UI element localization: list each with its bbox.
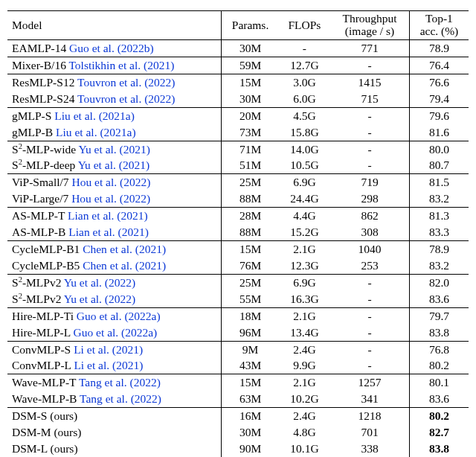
cell-model: Hire-MLP-L Guo et al. (2022a) <box>7 325 222 341</box>
col-throughput-l2: (image / s) <box>345 25 394 37</box>
table-row: CycleMLP-B1 Chen et al. (2021)15M2.1G104… <box>7 241 469 258</box>
cell-throughput: 1218 <box>330 408 409 424</box>
cell-top1: 81.3 <box>409 208 469 224</box>
cell-params: 16M <box>222 408 279 424</box>
cell-top1: 78.9 <box>409 39 469 57</box>
cell-top1: 79.6 <box>409 107 469 124</box>
col-top1-l1: Top-1 <box>425 12 453 25</box>
table-row: ResMLP-S24 Touvron et al. (2022)30M6.0G7… <box>7 91 469 107</box>
cell-flops: 12.3G <box>279 258 330 274</box>
table-row: S2-MLP-deep Yu et al. (2021)51M10.5G-80.… <box>7 157 469 173</box>
cell-params: 90M <box>222 441 279 457</box>
col-model-label: Model <box>12 19 42 31</box>
citation-link[interactable]: Guo et al. (2022a) <box>74 326 158 339</box>
cell-params: 9M <box>222 341 279 357</box>
table-row: S2-MLPv2 Yu et al. (2022)55M16.3G-83.6 <box>7 291 469 307</box>
citation-link[interactable]: Chen et al. (2021) <box>83 259 166 272</box>
cell-throughput: - <box>330 57 409 74</box>
citation-link[interactable]: Guo et al. (2022a) <box>77 310 161 322</box>
cell-model: CycleMLP-B1 Chen et al. (2021) <box>7 241 222 258</box>
cell-top1: 79.4 <box>409 91 469 107</box>
col-flops: FLOPs <box>279 11 330 40</box>
citation-link[interactable]: Yu et al. (2022) <box>64 276 135 289</box>
cell-model: Mixer-B/16 Tolstikhin et al. (2021) <box>7 57 222 74</box>
cell-model: Wave-MLP-B Tang et al. (2022) <box>7 391 222 407</box>
col-params: Params. <box>222 11 279 40</box>
cell-throughput: - <box>330 341 409 357</box>
cell-params: 25M <box>222 174 279 191</box>
citation-link[interactable]: Yu et al. (2021) <box>78 159 149 171</box>
citation-link[interactable]: Li et al. (2021) <box>74 343 143 356</box>
cell-top1: 76.8 <box>409 341 469 357</box>
cell-throughput: 701 <box>330 424 409 441</box>
cell-top1: 82.0 <box>409 274 469 290</box>
citation-link[interactable]: Liu et al. (2021a) <box>54 109 135 122</box>
cell-model: ViP-Large/7 Hou et al. (2022) <box>7 191 222 207</box>
cell-flops: 10.5G <box>279 157 330 173</box>
cell-params: 51M <box>222 157 279 173</box>
table-row: gMLP-B Liu et al. (2021a)73M15.8G-81.6 <box>7 124 469 141</box>
cell-throughput: 341 <box>330 391 409 407</box>
table-row: Mixer-B/16 Tolstikhin et al. (2021)59M12… <box>7 57 469 74</box>
col-throughput-label: Throughput (image / s) <box>342 12 396 37</box>
cell-top1: 76.4 <box>409 57 469 74</box>
cell-top1: 83.8 <box>409 325 469 341</box>
cell-throughput: - <box>330 141 409 157</box>
table-row: Wave-MLP-B Tang et al. (2022)63M10.2G341… <box>7 391 469 407</box>
cell-model: CycleMLP-B5 Chen et al. (2021) <box>7 258 222 274</box>
cell-throughput: 253 <box>330 258 409 274</box>
cell-flops: 3.0G <box>279 74 330 90</box>
cell-top1: 83.6 <box>409 391 469 407</box>
citation-link[interactable]: Tang et al. (2022) <box>80 392 161 405</box>
citation-link[interactable]: Tang et al. (2022) <box>79 376 161 389</box>
citation-link[interactable]: Hou et al. (2022) <box>71 176 150 188</box>
cell-params: 76M <box>222 258 279 274</box>
citation-link[interactable]: Yu et al. (2021) <box>79 143 150 156</box>
col-params-label: Params. <box>232 19 269 31</box>
cell-model: S2-MLPv2 Yu et al. (2022) <box>7 274 222 290</box>
cell-top1: 78.9 <box>409 241 469 258</box>
cell-top1: 83.3 <box>409 224 469 240</box>
cell-top1: 79.7 <box>409 307 469 324</box>
cell-params: 18M <box>222 307 279 324</box>
cell-flops: 2.1G <box>279 241 330 258</box>
cell-model: ConvMLP-S Li et al. (2021) <box>7 341 222 357</box>
cell-top1: 80.7 <box>409 157 469 173</box>
col-throughput: Throughput (image / s) <box>330 11 409 40</box>
table-row: DSM-S (ours)16M2.4G121880.2 <box>7 408 469 424</box>
citation-link[interactable]: Liu et al. (2021a) <box>56 126 136 138</box>
cell-params: 20M <box>222 107 279 124</box>
citation-link[interactable]: Touvron et al. (2022) <box>77 92 176 105</box>
cell-params: 30M <box>222 39 279 57</box>
table-row: S2-MLP-wide Yu et al. (2021)71M14.0G-80.… <box>7 141 469 157</box>
citation-link[interactable]: Lian et al. (2021) <box>68 226 149 238</box>
cell-flops: 12.7G <box>279 57 330 74</box>
cell-model: gMLP-S Liu et al. (2021a) <box>7 107 222 124</box>
cell-throughput: 308 <box>330 224 409 240</box>
citation-link[interactable]: Tolstikhin et al. (2021) <box>68 59 174 71</box>
cell-params: 88M <box>222 224 279 240</box>
cell-model: ResMLP-S12 Touvron et al. (2022) <box>7 74 222 90</box>
cell-model: DSM-L (ours) <box>7 441 222 457</box>
table-row: DSM-L (ours)90M10.1G33883.8 <box>7 441 469 457</box>
cell-flops: 13.4G <box>279 325 330 341</box>
citation-link[interactable]: Chen et al. (2021) <box>83 243 166 255</box>
cell-flops: 4.4G <box>279 208 330 224</box>
cell-flops: 2.1G <box>279 307 330 324</box>
cell-params: 15M <box>222 74 279 90</box>
citation-link[interactable]: Hou et al. (2022) <box>71 192 150 205</box>
cell-params: 59M <box>222 57 279 74</box>
cell-flops: 6.9G <box>279 174 330 191</box>
citation-link[interactable]: Lian et al. (2021) <box>68 209 148 222</box>
citation-link[interactable]: Yu et al. (2022) <box>64 293 135 305</box>
cell-flops: 16.3G <box>279 291 330 307</box>
cell-top1: 83.2 <box>409 258 469 274</box>
table-row: S2-MLPv2 Yu et al. (2022)25M6.9G-82.0 <box>7 274 469 290</box>
cell-model: S2-MLP-wide Yu et al. (2021) <box>7 141 222 157</box>
cell-model: AS-MLP-B Lian et al. (2021) <box>7 224 222 240</box>
citation-link[interactable]: Touvron et al. (2022) <box>77 76 176 89</box>
citation-link[interactable]: Li et al. (2021) <box>74 359 143 371</box>
citation-link[interactable]: Guo et al. (2022b) <box>69 42 154 54</box>
cell-params: 88M <box>222 191 279 207</box>
cell-params: 96M <box>222 325 279 341</box>
